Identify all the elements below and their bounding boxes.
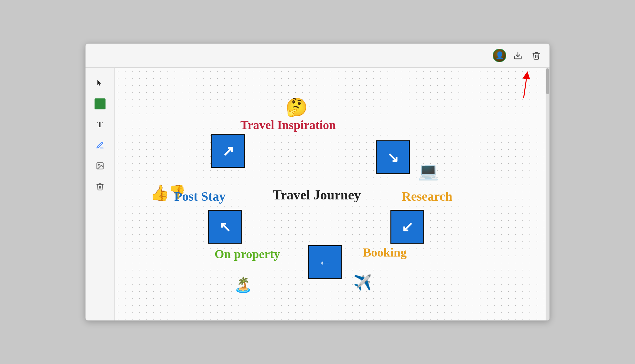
research-label: Research: [402, 189, 452, 204]
delete-tool[interactable]: [91, 177, 109, 196]
arrow-left-icon: ←: [318, 254, 332, 270]
arrow-box-top-left[interactable]: ↗: [211, 134, 245, 168]
main-area: T: [86, 68, 549, 320]
travel-inspiration-label: Travel Inspiration: [240, 118, 336, 132]
svg-line-5: [524, 75, 527, 98]
arrow-nw-icon: ↖: [219, 218, 231, 235]
svg-marker-1: [97, 80, 101, 86]
sidebar: T: [86, 68, 115, 320]
titlebar: 👤: [86, 44, 549, 68]
image-tool[interactable]: [91, 157, 109, 175]
canvas-area[interactable]: 🤔 Travel Inspiration ↗ ↘ 💻 👍 👎: [115, 68, 549, 320]
flag-emoji: 🏝️: [234, 276, 252, 293]
laptop-emoji: 💻: [418, 161, 439, 181]
arrow-box-mid-right[interactable]: ↙: [390, 210, 424, 244]
post-stay-label: Post Stay: [174, 189, 226, 204]
arrow-box-bottom-center[interactable]: ←: [308, 245, 342, 279]
thumbs-up-emoji: 👍: [150, 184, 169, 202]
text-icon: T: [97, 120, 103, 129]
rectangle-icon: [95, 98, 106, 109]
thinking-emoji: 🤔: [286, 97, 308, 118]
arrow-box-top-right[interactable]: ↘: [376, 140, 410, 174]
airplane-emoji: ✈️: [353, 274, 372, 291]
download-button[interactable]: [511, 49, 525, 62]
on-property-label: On property: [215, 247, 280, 261]
pencil-tool[interactable]: [91, 136, 109, 154]
svg-point-3: [98, 164, 99, 165]
main-window: 👤: [85, 43, 550, 321]
arrow-ne-icon: ↗: [222, 143, 234, 159]
rectangle-tool[interactable]: [91, 95, 109, 113]
select-tool[interactable]: [91, 74, 109, 92]
booking-label: Booking: [363, 245, 407, 259]
red-arrow-annotation: [504, 70, 530, 99]
canvas-content: 🤔 Travel Inspiration ↗ ↘ 💻 👍 👎: [115, 68, 549, 320]
travel-journey-label: Travel Journey: [273, 187, 361, 203]
delete-button[interactable]: [529, 49, 543, 62]
arrow-se-icon: ↘: [387, 149, 399, 166]
text-tool[interactable]: T: [91, 116, 109, 134]
avatar[interactable]: 👤: [493, 49, 506, 62]
arrow-sw-icon: ↙: [401, 218, 413, 235]
arrow-box-mid-left[interactable]: ↖: [208, 210, 242, 244]
